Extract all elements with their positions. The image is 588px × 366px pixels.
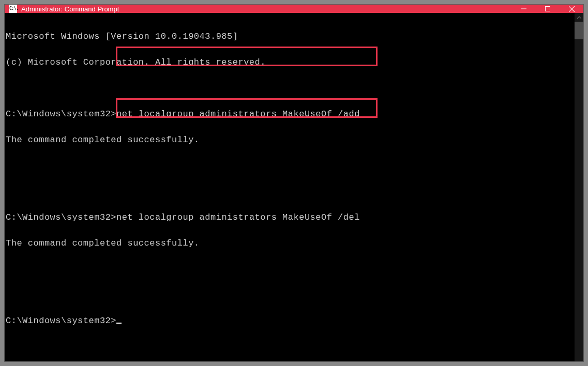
result-1: The command completed successfully.	[6, 135, 200, 145]
vertical-scrollbar[interactable]	[575, 13, 583, 361]
maximize-button[interactable]	[536, 5, 560, 13]
scroll-thumb[interactable]	[575, 22, 583, 39]
minimize-button[interactable]	[512, 5, 536, 13]
chevron-up-icon	[577, 16, 581, 20]
minimize-icon	[521, 6, 526, 11]
command-2: net localgroup administrators MakeUseOf …	[116, 212, 360, 222]
terminal-output[interactable]: Microsoft Windows [Version 10.0.19043.98…	[5, 13, 575, 361]
maximize-icon	[545, 6, 550, 11]
banner-line-2: (c) Microsoft Corporation. All rights re…	[6, 57, 266, 67]
titlebar[interactable]: C:\. Administrator: Command Prompt	[5, 5, 583, 13]
close-icon	[569, 6, 575, 12]
command-prompt-window: C:\. Administrator: Command Prompt Micro…	[5, 5, 583, 361]
window-controls	[512, 5, 583, 13]
cmd-icon: C:\.	[9, 5, 17, 13]
banner-line-1: Microsoft Windows [Version 10.0.19043.98…	[6, 32, 238, 41]
prompt-1: C:\Windows\system32>	[6, 109, 116, 119]
cursor	[116, 323, 122, 324]
svg-rect-1	[546, 7, 550, 11]
prompt-3: C:\Windows\system32>	[6, 316, 116, 326]
prompt-2: C:\Windows\system32>	[6, 212, 116, 222]
result-2: The command completed successfully.	[6, 238, 200, 248]
window-body: Microsoft Windows [Version 10.0.19043.98…	[5, 13, 583, 361]
window-title: Administrator: Command Prompt	[21, 5, 119, 13]
command-1: net localgroup administrators MakeUseOf …	[116, 109, 360, 119]
close-button[interactable]	[560, 5, 583, 13]
scroll-up-button[interactable]	[575, 13, 583, 22]
